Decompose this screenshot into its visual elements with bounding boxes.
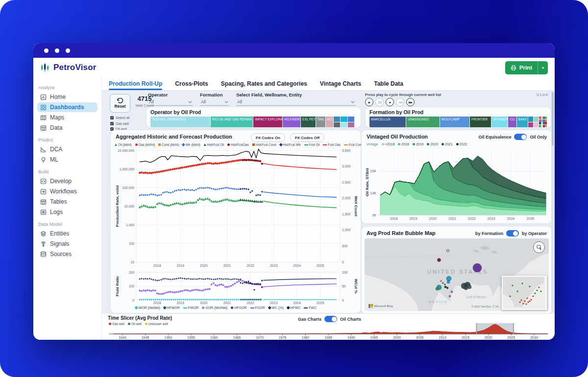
legend-item[interactable]: FWC	[304, 306, 317, 309]
treemap-small-segments[interactable]	[334, 117, 354, 127]
checkbox-gas-well[interactable]: ✓Gas well	[110, 121, 137, 126]
window-control-dot[interactable]	[55, 48, 59, 53]
treemap-micro-segments[interactable]	[539, 117, 547, 127]
fit-codes-off-button[interactable]: Fit Codes Off	[290, 133, 324, 142]
legend-item[interactable]: 2021	[441, 142, 453, 146]
signals-icon	[40, 241, 47, 247]
treemap-segment[interactable]: BAKK...	[517, 117, 528, 127]
reset-button[interactable]: Reset	[110, 94, 130, 113]
tab-table-data[interactable]: Table Data	[374, 77, 403, 90]
treemap-segment[interactable]: FRONTIER	[470, 117, 491, 127]
sidebar-item-entities[interactable]: Entities	[37, 229, 98, 238]
stop-button[interactable]: ■	[386, 98, 394, 106]
overview-inset-map[interactable]	[502, 276, 547, 310]
treemap-segment[interactable]: KO...	[326, 117, 333, 127]
legend-item[interactable]: Hist/Fcst Oil	[204, 143, 224, 146]
treemap-segment[interactable]: SPRABERRY	[491, 117, 508, 127]
legend-item[interactable]: WC (%)	[269, 306, 284, 309]
gas-oil-charts-toggle[interactable]	[324, 316, 337, 322]
window-control-dot[interactable]	[44, 48, 49, 53]
sidebar-item-home[interactable]: Home	[37, 92, 98, 102]
legend-item[interactable]: <2018	[382, 142, 395, 146]
treemap-segment[interactable]: TUG HILL OPERATING	[150, 117, 210, 127]
svg-text:2018: 2018	[153, 301, 161, 305]
legend-item[interactable]: Gas (Mcf/d)	[135, 143, 155, 146]
scrollbar-thumb[interactable]	[552, 92, 554, 146]
treemap-segment[interactable]: CO...	[508, 117, 516, 127]
sidebar-item-signals[interactable]: Signals	[37, 239, 98, 249]
legend-item[interactable]: HFWOR	[164, 306, 180, 309]
treemap-segment[interactable]: HG ENERG...	[283, 117, 300, 127]
sidebar-item-workflows[interactable]: Workflows	[37, 187, 98, 196]
legend-item[interactable]: Fcst Gas	[323, 143, 341, 146]
play-button[interactable]: ▶	[365, 98, 373, 106]
svg-text:2020: 2020	[200, 301, 208, 305]
sidebar-item-tables[interactable]: Tables	[37, 197, 98, 207]
treemap-segment[interactable]: RIO OIL AND GAS PERMIA...	[211, 117, 253, 127]
legend-glyph	[323, 144, 327, 145]
filter-dropdown[interactable]: All	[148, 97, 193, 106]
production-rate-chart[interactable]: 2018201920202021202220232024202510,000,0…	[114, 148, 358, 268]
legend-glyph	[304, 307, 308, 308]
sidebar-item-maps[interactable]: Maps	[37, 113, 98, 122]
sidebar-item-dashboards[interactable]: Dashboards	[37, 102, 98, 112]
window-control-dot[interactable]	[66, 48, 70, 53]
legend-item[interactable]: HFWC	[287, 306, 301, 309]
legend-item[interactable]: Hist/Fcst Wtr	[280, 143, 301, 146]
sidebar-item-dca[interactable]: DCA	[37, 144, 98, 154]
svg-text:1980: 1980	[302, 336, 310, 339]
fit-codes-on-button[interactable]: Fit Codes On	[251, 133, 285, 142]
legend-glyph	[250, 307, 254, 308]
fluid-ratio-chart[interactable]: 2018201920202021202220232024202501002000…	[114, 270, 358, 306]
sidebar-item-develop[interactable]: Develop	[37, 176, 98, 186]
legend-item[interactable]: Wtr (bbl/d)	[182, 143, 200, 146]
time-slicer-chart[interactable]: 1940194519501955196019651970197519801985…	[106, 323, 551, 340]
sidebar-item-data[interactable]: Data	[37, 123, 98, 133]
legend-item[interactable]: Cond (bbl/d)	[158, 143, 179, 146]
sidebar-item-logs[interactable]: Logs	[37, 207, 98, 217]
treemap-segment[interactable]: WOLFCAMP	[440, 117, 469, 127]
sidebar-item-sources[interactable]: Sources	[37, 249, 98, 259]
legend-item[interactable]: WOR (bbl/bbl)	[135, 306, 160, 309]
print-button[interactable]: Print	[505, 61, 538, 74]
vintage-area-chart[interactable]: 0K10K20K20182019202020212022202320242025…	[365, 147, 549, 221]
sidebar-item-ml[interactable]: ML	[37, 155, 98, 165]
filter-dropdown[interactable]: All	[236, 97, 356, 106]
map-mode-toggle[interactable]	[506, 230, 519, 236]
legend-item[interactable]: 2020	[427, 142, 438, 146]
legend-item[interactable]: Fcst Oil	[304, 143, 320, 146]
legend-item[interactable]: Hist/Fcst Cond	[252, 143, 276, 146]
legend-item[interactable]: 2022	[456, 142, 467, 146]
legend-item[interactable]: FGOR	[250, 306, 265, 309]
tab-production-roll-up[interactable]: Production Roll-Up	[109, 77, 162, 90]
treemap-segment[interactable]: IMPACT EXPLORATIO...	[253, 117, 282, 127]
filter-value: All	[201, 99, 206, 104]
oil-equivalence-toggle[interactable]	[514, 134, 527, 140]
checkbox-select-all[interactable]: ✓Select all	[110, 116, 137, 120]
treemap-small-segments[interactable]	[528, 117, 539, 127]
legend-item[interactable]: Oil (bbl/d)	[115, 143, 132, 146]
svg-text:0: 0	[132, 299, 134, 302]
treemap-segment[interactable]: UNASSIGNED	[406, 117, 439, 127]
tab-cross-plots[interactable]: Cross-Plots	[175, 77, 208, 90]
version-label: V.1.0.0	[537, 93, 548, 97]
legend-item[interactable]: 2018	[398, 142, 409, 146]
filter-dropdown[interactable]: All	[200, 97, 229, 106]
treemap-segment[interactable]: EXL PETR...	[301, 117, 315, 127]
legend-item[interactable]: HFGOR	[231, 306, 246, 309]
legend-item[interactable]: Hist/FcstGas	[227, 143, 249, 146]
map-selection-tool-button[interactable]	[533, 241, 545, 253]
legend-item[interactable]: GOR (Mcf/bbl)	[202, 306, 227, 309]
operator-treemap: TUG HILL OPERATINGRIO OIL AND GAS PERMIA…	[150, 117, 357, 127]
map-copyright: © 2022 TomTom, © 20..	[471, 305, 500, 308]
print-dropdown-caret[interactable]: ▾	[538, 61, 548, 74]
treemap-segment[interactable]: TAN...	[316, 117, 325, 127]
treemap-segment[interactable]: MARCELLUS	[369, 117, 406, 127]
legend-label: FGOR	[255, 306, 265, 309]
tab-spacing-rates-and-categories[interactable]: Spacing, Rates and Categories	[221, 77, 307, 90]
legend-item[interactable]: Fcst Cond	[344, 143, 363, 146]
skip-end-button[interactable]: ▶▶	[406, 98, 415, 106]
legend-item[interactable]: 2019	[413, 142, 424, 146]
legend-item[interactable]: FWOR	[183, 306, 198, 309]
tab-vintage-charts[interactable]: Vintage Charts	[320, 77, 361, 90]
